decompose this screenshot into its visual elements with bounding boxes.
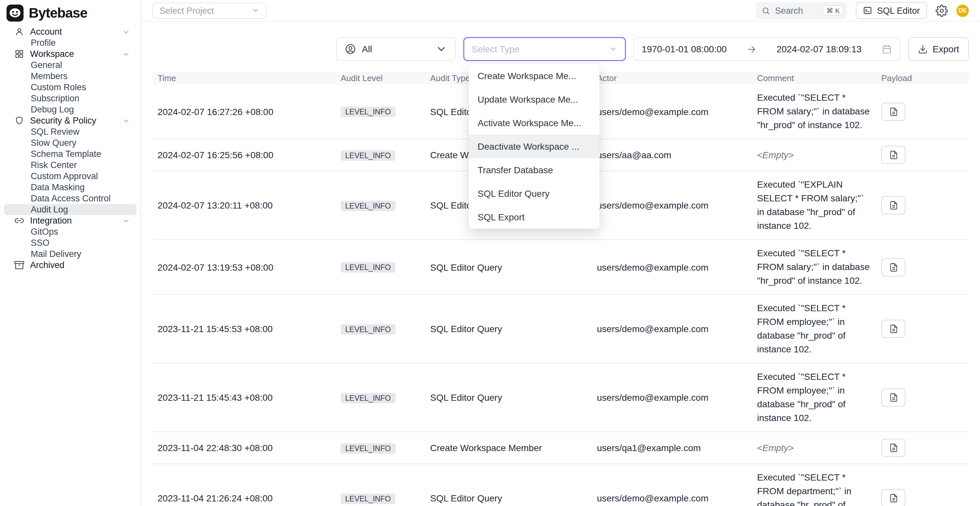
- chevron-down-icon: [122, 50, 130, 58]
- audit-level-badge: LEVEL_INFO: [340, 200, 395, 211]
- sidebar-item-subscription[interactable]: Subscription: [4, 93, 137, 104]
- audit-actor: users/demo@example.com: [592, 363, 752, 432]
- audit-actor: users/demo@example.com: [592, 464, 752, 506]
- search-placeholder: Search: [775, 6, 803, 15]
- payload-view-button[interactable]: [881, 439, 905, 457]
- payload-view-button[interactable]: [881, 388, 905, 407]
- column-header-actor: Actor: [592, 72, 752, 84]
- audit-time: 2023-11-21 15:45:53 +08:00: [152, 294, 336, 363]
- brand-name: Bytebase: [29, 5, 87, 21]
- actor-filter-select[interactable]: All: [336, 37, 455, 61]
- sidebar-group-label: Workspace: [30, 49, 74, 59]
- audit-level-badge: LEVEL_INFO: [340, 493, 395, 504]
- sidebar-item-label: Archived: [30, 260, 64, 270]
- payload-view-button[interactable]: [881, 102, 905, 121]
- settings-gear-icon[interactable]: [935, 4, 948, 17]
- chevron-down-icon: [122, 28, 130, 36]
- sidebar-group-label: Security & Policy: [30, 116, 96, 126]
- type-menu-option[interactable]: Update Workspace Me...: [468, 88, 599, 111]
- audit-comment: Executed `"SELECT * FROM salary;"` in da…: [752, 84, 876, 139]
- sidebar-item-members[interactable]: Members: [4, 71, 137, 82]
- archive-icon: [14, 260, 24, 270]
- sidebar-group-integration[interactable]: Integration: [4, 215, 137, 226]
- sidebar-item-slow-query[interactable]: Slow Query: [4, 137, 137, 148]
- audit-level-badge: LEVEL_INFO: [340, 107, 395, 117]
- user-circle-icon: [344, 43, 356, 55]
- type-menu-option[interactable]: Transfer Database: [468, 158, 599, 182]
- payload-view-button[interactable]: [881, 196, 905, 215]
- audit-level-badge: LEVEL_INFO: [340, 262, 395, 273]
- audit-comment: Executed `"SELECT * FROM employee;"` in …: [752, 294, 876, 363]
- project-select[interactable]: Select Project: [152, 2, 267, 19]
- topbar: Select Project Search ⌘ K SQL Editor DE: [141, 0, 980, 22]
- date-range-picker[interactable]: 1970-01-01 08:00:00 2024-02-07 18:09:13: [633, 37, 900, 61]
- type-menu-option[interactable]: Deactivate Workspace ...: [468, 135, 599, 158]
- payload-view-button[interactable]: [881, 146, 905, 164]
- audit-time: 2023-11-04 21:26:24 +08:00: [152, 464, 336, 506]
- sidebar-item-debug-log[interactable]: Debug Log: [4, 104, 137, 115]
- audit-type: SQL Editor Query: [425, 363, 592, 432]
- sidebar-item-audit-log[interactable]: Audit Log: [4, 204, 137, 215]
- link-icon: [14, 216, 24, 226]
- payload-view-button[interactable]: [881, 320, 905, 338]
- audit-comment: Executed `"SELECT * FROM employee;"` in …: [752, 363, 876, 432]
- sidebar-item-schema-template[interactable]: Schema Template: [4, 148, 137, 159]
- sidebar-item-data-access-control[interactable]: Data Access Control: [4, 193, 137, 204]
- sql-editor-button[interactable]: SQL Editor: [856, 2, 927, 19]
- type-menu-option[interactable]: SQL Editor Query: [468, 182, 599, 205]
- column-header-payload: Payload: [876, 72, 969, 84]
- main-content: Select Project Search ⌘ K SQL Editor DE: [141, 0, 980, 506]
- column-header-comment: Comment: [752, 72, 876, 84]
- user-icon: [14, 27, 24, 37]
- sidebar-item-profile[interactable]: Profile: [4, 37, 137, 48]
- sidebar-item-gitops[interactable]: GitOps: [4, 226, 137, 237]
- date-from: 1970-01-01 08:00:00: [642, 44, 727, 54]
- terminal-icon: [863, 6, 872, 15]
- audit-time: 2024-02-07 16:27:26 +08:00: [152, 84, 336, 139]
- sidebar-item-sql-review[interactable]: SQL Review: [4, 126, 137, 137]
- audit-comment: Executed `"SELECT * FROM department;"` i…: [752, 464, 876, 506]
- search-input[interactable]: Search ⌘ K: [756, 2, 848, 19]
- audit-type: SQL Editor Query: [425, 464, 592, 506]
- type-filter-select[interactable]: Select Type: [463, 37, 625, 61]
- sidebar-item-archived[interactable]: Archived: [4, 259, 137, 271]
- export-label: Export: [932, 44, 959, 54]
- audit-actor: users/demo@example.com: [592, 84, 752, 139]
- type-filter-placeholder: Select Type: [472, 44, 519, 54]
- file-text-icon: [889, 201, 898, 210]
- sidebar-item-custom-approval[interactable]: Custom Approval: [4, 170, 137, 182]
- brand-logo[interactable]: Bytebase: [4, 0, 137, 22]
- table-row: 2023-11-04 22:48:30 +08:00 LEVEL_INFO Cr…: [152, 432, 969, 464]
- audit-level-badge: LEVEL_INFO: [340, 324, 395, 334]
- audit-comment: Executed `"SELECT * FROM salary;"` in da…: [752, 240, 876, 294]
- export-button[interactable]: Export: [908, 37, 969, 61]
- audit-comment: Executed `"EXPLAIN SELECT * FROM salary;…: [752, 171, 876, 240]
- audit-actor: users/aa@aa.com: [592, 139, 752, 171]
- column-header-time: Time: [152, 72, 336, 84]
- audit-actor: users/demo@example.com: [592, 294, 752, 363]
- sidebar-item-mail-delivery[interactable]: Mail Delivery: [4, 248, 137, 259]
- sidebar-item-data-masking[interactable]: Data Masking: [4, 182, 137, 193]
- sidebar-group-security-policy[interactable]: Security & Policy: [4, 115, 137, 126]
- sidebar-item-custom-roles[interactable]: Custom Roles: [4, 82, 137, 93]
- avatar[interactable]: DE: [956, 4, 969, 17]
- sidebar-item-risk-center[interactable]: Risk Center: [4, 159, 137, 170]
- filter-bar: All Select Type Create Workspace Me... U…: [152, 37, 969, 61]
- audit-time: 2024-02-07 16:25:56 +08:00: [152, 139, 336, 171]
- type-menu-option[interactable]: SQL Export: [468, 205, 599, 229]
- file-text-icon: [889, 443, 898, 452]
- sidebar-item-general[interactable]: General: [4, 59, 137, 71]
- sidebar-item-sso[interactable]: SSO: [4, 237, 137, 248]
- file-text-icon: [889, 393, 898, 402]
- topbar-actions: Search ⌘ K SQL Editor DE: [756, 2, 969, 19]
- sidebar-group-account[interactable]: Account: [4, 26, 137, 37]
- sidebar-group-workspace[interactable]: Workspace: [4, 48, 137, 59]
- type-menu-option[interactable]: Activate Workspace Me...: [468, 111, 599, 135]
- type-menu-option[interactable]: Create Workspace Me...: [468, 64, 599, 88]
- payload-view-button[interactable]: [881, 489, 905, 506]
- arrow-right-icon: [747, 44, 756, 54]
- chevron-down-icon: [122, 117, 130, 124]
- audit-actor: users/demo@example.com: [592, 171, 752, 240]
- payload-view-button[interactable]: [881, 258, 905, 276]
- sql-editor-label: SQL Editor: [877, 6, 920, 15]
